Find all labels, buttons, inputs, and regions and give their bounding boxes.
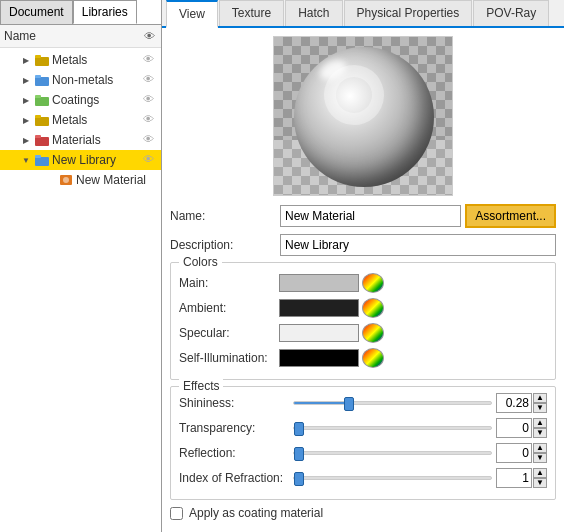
shininess-row: Shininess: ▲ ▼ [179, 393, 547, 413]
shininess-value[interactable] [496, 393, 532, 413]
tree-item-nonmetals[interactable]: Non-metals 👁 [0, 70, 161, 90]
color-swatch-self-illumination[interactable] [279, 349, 359, 367]
colors-legend: Colors [179, 255, 222, 269]
transparency-spinners: ▲ ▼ [533, 418, 547, 438]
transparency-value[interactable] [496, 418, 532, 438]
left-panel: Document Libraries Name 👁 Metals 👁 [0, 0, 162, 532]
effects-legend: Effects [179, 379, 223, 393]
color-swatch-specular[interactable] [279, 324, 359, 342]
folder-icon-coatings [34, 92, 50, 108]
color-row-self-illumination: Self-Illumination: [179, 348, 547, 368]
svg-rect-5 [35, 95, 41, 98]
color-picker-specular[interactable] [362, 323, 384, 343]
tree-item-coatings[interactable]: Coatings 👁 [0, 90, 161, 110]
tree-eye-coatings[interactable]: 👁 [143, 93, 157, 107]
name-input[interactable] [280, 205, 461, 227]
svg-point-13 [63, 177, 69, 183]
refraction-up[interactable]: ▲ [533, 468, 547, 478]
color-row-specular: Specular: [179, 323, 547, 343]
tree-eye-newlib[interactable]: 👁 [143, 153, 157, 167]
color-swatch-main[interactable] [279, 274, 359, 292]
tab-physical-properties[interactable]: Physical Properties [344, 0, 473, 26]
tree-item-newlib[interactable]: New Library 👁 [0, 150, 161, 170]
color-picker-self-illumination[interactable] [362, 348, 384, 368]
tab-hatch[interactable]: Hatch [285, 0, 342, 26]
tree-arrow-coatings [20, 94, 32, 106]
reflection-slider[interactable] [293, 451, 492, 455]
transparency-down[interactable]: ▼ [533, 428, 547, 438]
tab-libraries[interactable]: Libraries [73, 0, 137, 24]
tree-arrow-materials [20, 134, 32, 146]
tab-pov-ray[interactable]: POV-Ray [473, 0, 549, 26]
refraction-spinners: ▲ ▼ [533, 468, 547, 488]
refraction-value[interactable] [496, 468, 532, 488]
assortment-button[interactable]: Assortment... [465, 204, 556, 228]
reflection-up[interactable]: ▲ [533, 443, 547, 453]
tree-eye-metals[interactable]: 👁 [143, 53, 157, 67]
tree-item-newmat[interactable]: New Material [0, 170, 161, 190]
tree-item-materials[interactable]: Materials 👁 [0, 130, 161, 150]
reflection-value[interactable] [496, 443, 532, 463]
description-input[interactable] [280, 234, 556, 256]
folder-icon-metals2 [34, 112, 50, 128]
color-picker-ambient[interactable] [362, 298, 384, 318]
folder-icon-materials [34, 132, 50, 148]
tree-label-materials: Materials [52, 133, 143, 147]
shininess-thumb[interactable] [344, 397, 354, 411]
tree-item-metals[interactable]: Metals 👁 [0, 50, 161, 70]
effects-section: Effects Shininess: ▲ ▼ Trans [170, 386, 556, 500]
sphere-canvas [273, 36, 453, 196]
shininess-down[interactable]: ▼ [533, 403, 547, 413]
coating-checkbox[interactable] [170, 507, 183, 520]
transparency-slider[interactable] [293, 426, 492, 430]
right-panel: View Texture Hatch Physical Properties P… [162, 0, 564, 532]
tree-arrow-newlib [20, 154, 32, 166]
tree-header-label: Name [4, 29, 141, 43]
color-label-specular: Specular: [179, 326, 279, 340]
refraction-label: Index of Refraction: [179, 471, 289, 485]
material-icon-newmat [58, 172, 74, 188]
refraction-row: Index of Refraction: ▲ ▼ [179, 468, 547, 488]
refraction-down[interactable]: ▼ [533, 478, 547, 488]
transparency-up[interactable]: ▲ [533, 418, 547, 428]
shininess-up[interactable]: ▲ [533, 393, 547, 403]
tree-arrow-metals [20, 54, 32, 66]
refraction-thumb[interactable] [294, 472, 304, 486]
color-swatch-ambient[interactable] [279, 299, 359, 317]
svg-rect-2 [35, 77, 49, 86]
transparency-thumb[interactable] [294, 422, 304, 436]
svg-rect-7 [35, 115, 41, 118]
coating-checkbox-row: Apply as coating material [170, 506, 556, 520]
refraction-slider[interactable] [293, 476, 492, 480]
folder-icon-metals [34, 52, 50, 68]
colors-section: Colors Main: Ambient: Specular: [170, 262, 556, 380]
tree-item-metals2[interactable]: Metals 👁 [0, 110, 161, 130]
reflection-row: Reflection: ▲ ▼ [179, 443, 547, 463]
tree-container: Metals 👁 Non-metals 👁 [0, 48, 161, 532]
tab-document[interactable]: Document [0, 0, 73, 24]
svg-rect-10 [35, 157, 49, 166]
color-picker-main[interactable] [362, 273, 384, 293]
description-label: Description: [170, 238, 280, 252]
tree-eye-nonmetals[interactable]: 👁 [143, 73, 157, 87]
color-row-main: Main: [179, 273, 547, 293]
tree-eye-materials[interactable]: 👁 [143, 133, 157, 147]
right-tabs: View Texture Hatch Physical Properties P… [162, 0, 564, 28]
tree-eye-metals2[interactable]: 👁 [143, 113, 157, 127]
sphere-visual [294, 47, 434, 187]
tree-label-newlib: New Library [52, 153, 143, 167]
shininess-slider[interactable] [293, 401, 492, 405]
shininess-label: Shininess: [179, 396, 289, 410]
reflection-thumb[interactable] [294, 447, 304, 461]
reflection-spinners: ▲ ▼ [533, 443, 547, 463]
svg-rect-4 [35, 97, 49, 106]
reflection-down[interactable]: ▼ [533, 453, 547, 463]
tab-view[interactable]: View [166, 0, 218, 28]
name-row: Name: Assortment... [170, 204, 556, 228]
tree-label-coatings: Coatings [52, 93, 143, 107]
tree-header-eye-icon[interactable]: 👁 [141, 28, 157, 44]
color-label-self-illumination: Self-Illumination: [179, 351, 279, 365]
svg-rect-8 [35, 137, 49, 146]
preview-area [170, 36, 556, 196]
tab-texture[interactable]: Texture [219, 0, 284, 26]
